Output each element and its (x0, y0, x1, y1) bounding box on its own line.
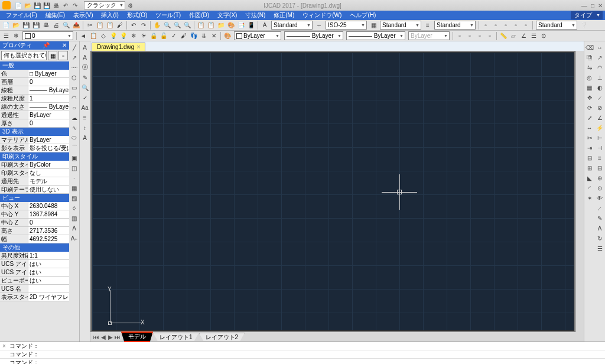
prop-value[interactable]: 4692.5225 (28, 235, 69, 243)
color-dropdown[interactable]: ByLayer (234, 31, 281, 40)
prop-row[interactable]: 画層0 (0, 78, 69, 86)
help-icon[interactable]: ❔ (579, 21, 588, 30)
prop-value[interactable]: ByLayer (28, 136, 69, 144)
lineweight-dropdown[interactable]: ByLayer (346, 31, 405, 40)
mlstyle-dropdown[interactable]: Standard (434, 21, 476, 30)
prop-value[interactable]: ——— ByLayer (28, 103, 69, 110)
dimrad-icon[interactable]: ◐ (595, 83, 604, 92)
close-button[interactable]: ✕ (598, 2, 603, 9)
prop-row[interactable]: 適用先モデル (0, 177, 69, 186)
layer-cur-icon[interactable]: ✓ (169, 31, 178, 41)
linetype-dropdown[interactable]: ByLayer (284, 31, 343, 40)
circle-icon[interactable]: ○ (70, 103, 79, 112)
tablestyle-dropdown[interactable]: Standard (380, 21, 421, 30)
dimord-icon[interactable]: ⊥ (595, 73, 604, 82)
textedit-icon[interactable]: ✎ (80, 73, 90, 82)
prop-row[interactable]: 線種尺度1 (0, 95, 69, 103)
spell-icon[interactable]: ✓ (80, 93, 90, 102)
insert-icon[interactable]: ▣ (70, 153, 79, 162)
prop-value[interactable]: 使用しない (28, 186, 69, 193)
ellipsearc-icon[interactable]: ⌒ (70, 143, 79, 152)
selectobj-icon[interactable]: ▫ (58, 51, 68, 60)
meas-area-icon[interactable]: ▱ (509, 31, 518, 41)
blk-edit-icon[interactable]: ▫ (475, 31, 484, 41)
makeblock-icon[interactable]: ◫ (70, 163, 79, 173)
prop-row[interactable]: 表示スタイル2D ワイヤフレーム (0, 293, 69, 301)
prop-row[interactable]: 厚さ0 (0, 119, 69, 128)
fillet-icon[interactable]: ◜ (585, 183, 594, 193)
erase-icon[interactable]: ⌫ (585, 43, 594, 52)
layer-state-icon[interactable]: 📋 (89, 31, 98, 41)
centermark-icon[interactable]: ⊙ (595, 183, 604, 193)
section-view[interactable]: ビュー (0, 194, 69, 202)
spline-icon[interactable]: ∿ (70, 123, 79, 132)
extend-icon[interactable]: ⇥ (585, 143, 594, 152)
prop-value[interactable]: 1 (28, 95, 69, 102)
print-icon[interactable]: 🖶 (41, 21, 51, 30)
maximize-button[interactable]: □ (591, 2, 594, 9)
menu-help[interactable]: ヘルプ(H) (346, 11, 379, 20)
prop-value[interactable]: はい (28, 277, 69, 284)
prop-value[interactable]: なし (28, 169, 69, 177)
meas-dist-icon[interactable]: 📏 (499, 31, 508, 41)
menu-insert[interactable]: 挿入(I) (97, 11, 122, 20)
publish-icon[interactable]: 📤 (71, 21, 81, 30)
prop-value[interactable]: ——— ByLayer (28, 86, 69, 94)
qdim-icon[interactable]: ⚡ (595, 123, 604, 132)
panel-close-icon[interactable]: ✕ (62, 41, 67, 50)
tab-first-icon[interactable]: ⏮ (93, 334, 100, 340)
line-icon[interactable]: ╱ (70, 43, 79, 52)
arc-icon[interactable]: ◠ (70, 93, 79, 102)
dimalign-icon[interactable]: ↗ (595, 53, 604, 62)
tab-layout2[interactable]: レイアウト2 (199, 333, 245, 341)
layer-del-icon[interactable]: ✕ (209, 31, 219, 41)
ellipse-icon[interactable]: ⬭ (70, 133, 79, 142)
section-3d[interactable]: 3D 表示 (0, 128, 69, 136)
justify-icon[interactable]: ≡ (80, 113, 90, 122)
tab-next-icon[interactable]: ▶ (107, 334, 114, 340)
mirror-icon[interactable]: ⇋ (585, 63, 594, 72)
layer-lock-icon[interactable]: 🔒 (149, 31, 158, 41)
stretch-icon[interactable]: ↔ (585, 123, 594, 132)
dimlin-icon[interactable]: ↔ (595, 43, 604, 52)
vertical-scrollbar[interactable] (575, 51, 584, 332)
find-icon[interactable]: 🔍 (80, 83, 90, 92)
layer-merge-icon[interactable]: ⇊ (199, 31, 209, 41)
gradient-icon[interactable]: ▨ (70, 193, 79, 203)
tbi4-icon[interactable]: ▫ (511, 21, 521, 30)
layer-dropdown[interactable]: 0 (22, 31, 73, 40)
save-icon[interactable]: 💾 (21, 21, 31, 30)
dimjogl-icon[interactable]: ⟋ (595, 203, 604, 213)
ssm-icon[interactable]: 📑 (236, 21, 246, 30)
app-icon[interactable] (2, 1, 11, 9)
table-style-icon[interactable]: ▦ (369, 21, 378, 30)
selection-filter[interactable]: 何も選択されていま… (1, 51, 47, 60)
prop-row[interactable]: 透過性ByLayer (0, 111, 69, 119)
layer-prev-icon[interactable]: ◄ (79, 31, 88, 41)
mtext2-icon[interactable]: A (80, 53, 90, 62)
tab-last-icon[interactable]: ⏭ (114, 334, 121, 340)
file-tab-active[interactable]: Drawing1.dwg× (92, 43, 145, 51)
section-plot[interactable]: 印刷スタイル (0, 152, 69, 161)
prop-value[interactable] (28, 285, 69, 292)
tp-icon[interactable]: 🎨 (226, 21, 236, 30)
dimcont-icon[interactable]: ⊣ (595, 143, 604, 152)
move-icon[interactable]: ✥ (585, 93, 594, 102)
blk-attr-icon[interactable]: ▫ (485, 31, 495, 41)
explode-icon[interactable]: ✶ (585, 193, 594, 203)
prop-value[interactable]: 2D ワイヤフレーム (28, 293, 69, 301)
meas-ang-icon[interactable]: ∠ (519, 31, 528, 41)
props-icon[interactable]: 📋 (206, 21, 216, 30)
dimbase-icon[interactable]: ⊢ (595, 133, 604, 142)
blk-create-icon[interactable]: ▫ (465, 31, 474, 41)
redo-icon[interactable]: ↷ (71, 1, 79, 9)
menu-window[interactable]: ウィンドウ(W) (299, 11, 345, 20)
workspace-selector[interactable]: クラシック (84, 1, 125, 9)
tbi3-icon[interactable]: ▫ (501, 21, 510, 30)
layer-off-icon[interactable]: 💡 (109, 31, 118, 41)
diminsp-icon[interactable]: 👁 (595, 193, 604, 203)
meas-id-icon[interactable]: ⊙ (539, 31, 548, 41)
blk-insert-icon[interactable]: ▫ (455, 31, 464, 41)
cut-icon[interactable]: ✂ (85, 21, 95, 30)
layer-unlk-icon[interactable]: 🔓 (159, 31, 168, 41)
